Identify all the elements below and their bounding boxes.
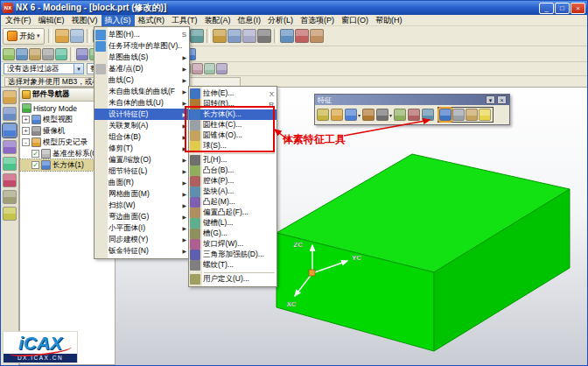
menu-item[interactable]: 偏置/缩放(O) ▶	[94, 154, 189, 165]
menu-item[interactable]: 草图曲线(S) ▶	[94, 52, 189, 63]
menu-item[interactable]: 网格曲面(M) ▶	[94, 188, 189, 200]
delete-face-icon[interactable]	[295, 29, 309, 43]
menu-item[interactable]: 草图(H)... S	[94, 29, 189, 40]
menu-item[interactable]: 弯边曲面(G) ▶	[94, 211, 189, 222]
tree-expander[interactable]: +	[22, 127, 30, 135]
process-studio-tab[interactable]	[3, 207, 17, 221]
feature-toolbar[interactable]: 特征 ▾ × ▾	[314, 94, 510, 125]
menu-item[interactable]: 偏置凸起(F)...	[189, 208, 276, 218]
menu-item[interactable]: 来自曲线集的曲线(F) ▶	[94, 86, 189, 97]
menu-item[interactable]: 腔体(P)...	[189, 176, 276, 187]
close-icon[interactable]: ×	[497, 95, 507, 104]
checkbox-checked[interactable]: ✓	[32, 150, 39, 158]
menu-item[interactable]: 来自体的曲线(U) ▶	[94, 97, 189, 109]
revolve-icon[interactable]	[362, 109, 374, 121]
datum-plane-icon[interactable]	[70, 29, 84, 43]
refresh-icon[interactable]	[3, 48, 15, 60]
hd3d-tool-tab[interactable]	[3, 157, 17, 171]
menu-item[interactable]: 槽(G)...	[189, 229, 276, 239]
menu-item[interactable]: 组合体(B) ▶	[94, 131, 189, 143]
menu-item[interactable]: 拉伸(E)... X	[189, 88, 276, 99]
reuse-library-tab[interactable]	[3, 140, 17, 154]
menubar-item[interactable]: 工具(T)	[168, 15, 201, 26]
close-button[interactable]: ×	[570, 3, 585, 14]
pocket-icon[interactable]	[408, 109, 420, 121]
edge-blend-icon[interactable]	[213, 29, 227, 43]
arc-center-snap-icon[interactable]	[192, 63, 203, 74]
menu-item[interactable]: 长方体(K)...	[189, 109, 276, 120]
thread-icon[interactable]	[257, 29, 271, 43]
cone-icon[interactable]	[466, 109, 478, 121]
wcs-origin-handle[interactable]	[309, 270, 315, 276]
menubar-item[interactable]: 编辑(E)	[35, 15, 68, 26]
shell-icon[interactable]	[242, 29, 256, 43]
menu-item[interactable]: 回转(R)... R	[189, 99, 276, 109]
menu-item[interactable]: 修剪(T) ▶	[94, 143, 189, 154]
menu-item[interactable]: 键槽(L)...	[189, 218, 276, 229]
boss-icon[interactable]	[394, 109, 406, 121]
menu-item[interactable]: 凸起(M)...	[189, 197, 276, 208]
menu-item[interactable]: 球(S)...	[189, 141, 276, 151]
menu-item[interactable]: 用户定义(U)...	[189, 274, 276, 285]
menu-item[interactable]: 三角形加强筋(D)...	[189, 250, 276, 260]
dropdown-arrow-icon[interactable]: ▾	[358, 112, 360, 118]
restore-button[interactable]: □	[555, 3, 570, 14]
menu-item[interactable]: 曲面(R) ▶	[94, 177, 189, 188]
tree-expander[interactable]: -	[22, 138, 30, 146]
constraint-navigator-tab[interactable]	[3, 107, 17, 121]
block-icon[interactable]	[439, 109, 452, 121]
titlebar[interactable]: NX NX 6 - Modeling - [block.prt (修改的)] _…	[1, 1, 587, 15]
checkbox-checked[interactable]: ✓	[32, 161, 39, 169]
menu-item[interactable]: 扫掠(W) ▶	[94, 200, 189, 211]
chevron-down-icon[interactable]: ▾	[74, 64, 83, 74]
menu-item[interactable]: 基准/点(D) ▶	[94, 63, 189, 74]
toolbar-options-icon[interactable]: ▾	[486, 95, 495, 104]
sketch-icon[interactable]	[331, 109, 343, 121]
feature-toolbar-titlebar[interactable]: 特征 ▾ ×	[315, 95, 509, 105]
menu-item[interactable]: 设计特征(E) ▶	[94, 109, 189, 120]
hole-icon[interactable]	[376, 109, 388, 121]
menubar-item[interactable]: 文件(F)	[2, 15, 35, 26]
menu-item[interactable]: 钣金特征(N) ▶	[94, 245, 189, 257]
menu-item[interactable]: 小平面体(I) ▶	[94, 222, 189, 234]
menubar-item[interactable]: 分析(L)	[264, 15, 297, 26]
start-button[interactable]: 开始 ▾	[3, 28, 45, 45]
menu-item[interactable]: 圆锥体(O)...	[189, 130, 276, 141]
pan-icon[interactable]	[42, 48, 54, 60]
zoom-icon[interactable]	[29, 48, 41, 60]
quadrant-snap-icon[interactable]	[216, 63, 228, 74]
menubar-item[interactable]: 装配(A)	[201, 15, 234, 26]
menu-item[interactable]: 圆柱体(C)...	[189, 120, 276, 130]
rotate-view-icon[interactable]	[55, 48, 67, 60]
extrude-icon[interactable]	[345, 109, 357, 121]
menubar-item[interactable]: 窗口(O)	[338, 15, 372, 26]
datum-csys-icon[interactable]	[317, 109, 329, 121]
menu-item[interactable]: 垫块(A)...	[189, 187, 276, 197]
menu-item[interactable]: 螺纹(T)...	[189, 260, 276, 271]
history-tab[interactable]	[3, 190, 17, 204]
menubar-item[interactable]: 信息(I)	[234, 15, 265, 26]
fit-view-icon[interactable]	[16, 48, 28, 60]
sketch-icon[interactable]	[55, 29, 69, 43]
menubar-item[interactable]: 插入(S)	[102, 15, 135, 26]
synchronous-modeling-icon[interactable]	[310, 29, 324, 43]
intersect-icon[interactable]	[190, 29, 204, 43]
tree-expander[interactable]: +	[22, 116, 30, 123]
menubar-item[interactable]: 首选项(P)	[297, 15, 338, 26]
trimetric-view-icon[interactable]	[76, 48, 88, 60]
selection-filter-dropdown[interactable]: 没有选择过滤器 ▾	[4, 63, 84, 74]
internet-browser-tab[interactable]	[3, 173, 17, 187]
minimize-button[interactable]: _	[539, 3, 554, 14]
menubar-item[interactable]: 视图(V)	[68, 15, 102, 26]
menu-item[interactable]: 细节特征(L) ▶	[94, 165, 189, 177]
menubar-item[interactable]: 帮助(H)	[372, 15, 406, 26]
part-navigator-tab[interactable]	[3, 123, 17, 137]
menu-item[interactable]: 坡口焊(W)...	[189, 239, 276, 250]
intersection-snap-icon[interactable]	[204, 63, 215, 74]
menu-item[interactable]: 孔(H)...	[189, 155, 276, 165]
cylinder-icon[interactable]	[452, 109, 465, 121]
dropdown-arrow-icon[interactable]: ▾	[389, 112, 392, 118]
pad-icon[interactable]	[422, 109, 434, 121]
chamfer-icon[interactable]	[228, 29, 242, 43]
menu-item[interactable]: 同步建模(Y) ▶	[94, 234, 189, 245]
